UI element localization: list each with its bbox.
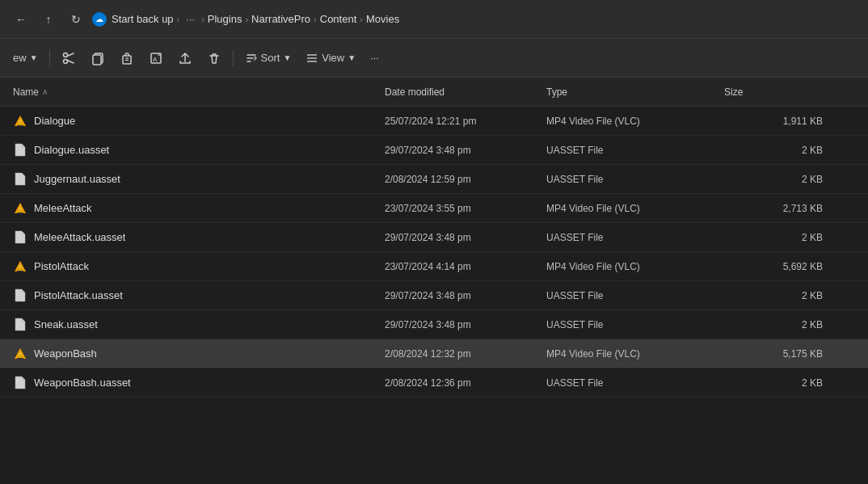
file-rows: Dialogue25/07/2024 12:21 pmMP4 Video Fil… [0,107,868,398]
breadcrumb-sep-3: › [245,15,248,24]
cut-icon [61,51,76,65]
file-type-cell: MP4 Video File (VLC) [546,116,724,127]
rename-button[interactable]: A [142,44,170,72]
sort-label: Sort [261,52,280,64]
svg-rect-32 [17,358,23,360]
view-chevron-icon: ▼ [348,53,356,62]
breadcrumb-start-backup[interactable]: Start back up [112,13,174,25]
file-date-cell: 29/07/2024 3:48 pm [385,232,546,243]
file-type-cell: UASSET File [546,377,724,389]
copy-button[interactable] [84,44,112,72]
column-headers: Name ∧ Date modified Type Size [0,78,868,107]
file-date-cell: 29/07/2024 3:48 pm [385,290,546,301]
breadcrumb-content[interactable]: Content [320,13,357,25]
paste-icon [120,51,134,65]
file-size-cell: 2 KB [724,290,829,301]
svg-point-24 [19,206,22,210]
file-name-text: PistolAttack [34,260,89,272]
svg-rect-27 [17,271,23,272]
up-icon: ↑ [46,13,52,26]
file-name-cell: Juggernaut.uasset [13,172,385,187]
view-btn-label: View [322,52,344,64]
type-column-label: Type [546,86,567,98]
refresh-button[interactable]: ↻ [65,8,87,31]
name-sort-arrow: ∧ [42,87,48,96]
svg-text:A: A [153,56,158,63]
share-button[interactable] [171,44,199,72]
breadcrumb-narrativepro[interactable]: NarrativePro [251,13,310,25]
file-size-cell: 2 KB [724,319,829,330]
table-row[interactable]: MeleeAttack23/07/2024 3:55 pmMP4 Video F… [0,194,868,223]
table-row[interactable]: Dialogue25/07/2024 12:21 pmMP4 Video Fil… [0,107,868,136]
file-icon [13,143,27,158]
file-name-cell: WeaponBash.uasset [13,376,385,390]
file-name-text: WeaponBash.uasset [34,377,131,389]
sort-button[interactable]: Sort ▼ [238,44,298,72]
delete-button[interactable] [200,44,228,72]
table-row[interactable]: Dialogue.uasset29/07/2024 3:48 pmUASSET … [0,136,868,165]
size-column-header[interactable]: Size [724,86,829,98]
table-row[interactable]: WeaponBash.uasset2/08/2024 12:36 pmUASSE… [0,368,868,398]
table-row[interactable]: Sneak.uasset29/07/2024 3:48 pmUASSET Fil… [0,310,868,339]
more-icon: ··· [370,52,379,64]
file-icon [13,172,27,187]
size-column-label: Size [724,86,743,98]
toolbar-sep-2 [233,50,234,66]
file-date-cell: 29/07/2024 3:48 pm [385,145,546,156]
breadcrumb-dots[interactable]: ··· [183,11,198,27]
view-dropdown-button[interactable]: ew ▼ [6,44,44,72]
name-column-header[interactable]: Name ∧ [13,86,385,98]
file-name-cell: PistolAttack.uasset [13,288,385,303]
file-name-text: MeleeAttack.uasset [34,231,125,243]
table-row[interactable]: Juggernaut.uasset2/08/2024 12:59 pmUASSE… [0,165,868,194]
table-row[interactable]: MeleeAttack.uasset29/07/2024 3:48 pmUASS… [0,223,868,252]
name-column-label: Name [13,86,39,98]
chevron-down-icon: ▼ [30,53,38,62]
file-size-cell: 5,692 KB [724,261,829,272]
file-name-cell: Dialogue.uasset [13,143,385,158]
type-column-header[interactable]: Type [546,86,724,98]
file-date-cell: 23/07/2024 3:55 pm [385,203,546,214]
breadcrumb-sep-5: › [360,15,363,24]
file-type-cell: MP4 Video File (VLC) [546,348,724,360]
view-icon [305,52,318,65]
date-column-header[interactable]: Date modified [385,86,546,98]
file-name-text: PistolAttack.uasset [34,289,123,301]
breadcrumb-sep-2: › [201,15,204,24]
file-name-cell: MeleeAttack.uasset [13,230,385,245]
refresh-icon: ↻ [71,13,81,26]
file-name-text: Juggernaut.uasset [34,173,120,185]
breadcrumb: ☁ Start back up › ··· › Plugins › Narrat… [92,11,399,27]
file-name-cell: PistolAttack [13,259,385,274]
file-icon [13,376,27,390]
file-type-cell: MP4 Video File (VLC) [546,203,724,214]
breadcrumb-movies[interactable]: Movies [366,13,399,25]
table-row[interactable]: WeaponBash2/08/2024 12:32 pmMP4 Video Fi… [0,339,868,368]
vlc-icon [13,347,27,361]
up-button[interactable]: ↑ [37,8,60,31]
paste-button[interactable] [113,44,141,72]
copy-icon [91,51,105,65]
file-list-area: Name ∧ Date modified Type Size Dialogue2… [0,78,868,484]
file-size-cell: 2,713 KB [724,203,829,214]
svg-point-19 [19,119,22,123]
table-row[interactable]: PistolAttack.uasset29/07/2024 3:48 pmUAS… [0,281,868,310]
file-date-cell: 2/08/2024 12:32 pm [385,348,546,360]
file-icon [13,318,27,332]
breadcrumb-plugins[interactable]: Plugins [208,13,242,25]
file-name-text: MeleeAttack [34,202,92,214]
file-date-cell: 2/08/2024 12:59 pm [385,174,546,185]
table-row[interactable]: PistolAttack23/07/2024 4:14 pmMP4 Video … [0,252,868,281]
file-name-cell: Sneak.uasset [13,318,385,332]
file-type-cell: UASSET File [546,145,724,156]
file-name-cell: MeleeAttack [13,201,385,216]
more-options-button[interactable]: ··· [364,44,386,72]
rename-icon: A [149,51,163,65]
cloud-icon: ☁ [92,12,107,27]
back-button[interactable]: ← [10,8,32,31]
cut-button[interactable] [55,44,82,72]
file-type-cell: UASSET File [546,319,724,330]
file-icon [13,288,27,303]
file-name-cell: WeaponBash [13,347,385,361]
view-button[interactable]: View ▼ [299,44,362,72]
